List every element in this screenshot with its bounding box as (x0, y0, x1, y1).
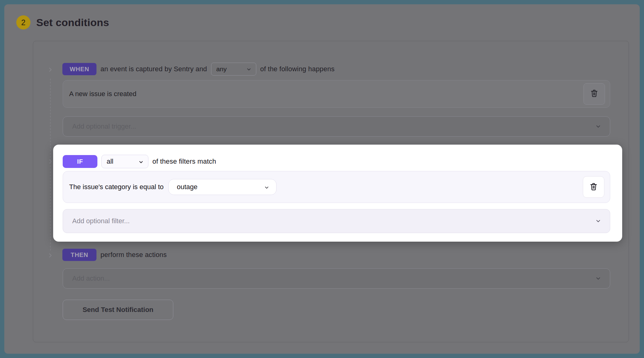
trash-icon (590, 89, 599, 99)
chevron-right-icon[interactable] (47, 252, 54, 259)
when-badge: WHEN (62, 63, 96, 75)
trigger-row: A new issue is created (63, 80, 610, 108)
then-badge: THEN (62, 249, 96, 261)
page-overlay-area: 2 Set conditions WHEN an event is captur… (4, 4, 640, 354)
if-match-select-value: all (107, 158, 113, 165)
conditions-panel: WHEN an event is captured by Sentry and … (33, 41, 629, 342)
when-text-before: an event is captured by Sentry and (100, 65, 207, 73)
filter-value-select[interactable]: outage (168, 179, 277, 195)
filter-value-select-value: outage (177, 183, 197, 191)
chevron-right-icon[interactable] (47, 158, 54, 165)
add-optional-filter-label: Add optional filter... (72, 217, 130, 225)
add-action[interactable]: Add action... (63, 268, 610, 289)
chevron-down-icon (595, 123, 601, 130)
send-test-notification-button[interactable]: Send Test Notification (63, 300, 173, 320)
chevron-down-icon (264, 184, 269, 190)
add-optional-trigger-label: Add optional trigger... (72, 123, 136, 130)
add-action-label: Add action... (72, 274, 110, 282)
trigger-row-label: A new issue is created (69, 90, 136, 98)
delete-filter-button[interactable] (583, 176, 604, 198)
filter-row: The issue's category is equal to outage (63, 171, 610, 203)
chevron-down-icon (138, 159, 144, 164)
chevron-right-icon[interactable] (47, 66, 54, 73)
step-number: 2 (21, 18, 26, 27)
if-header-row: IF all of these filters match (63, 155, 216, 168)
if-text-after: of these filters match (152, 158, 216, 165)
when-text-after: of the following happens (260, 65, 335, 73)
add-optional-trigger[interactable]: Add optional trigger... (63, 116, 610, 137)
page-title: Set conditions (36, 15, 109, 30)
trash-icon (589, 182, 598, 192)
if-badge: IF (63, 155, 97, 168)
when-match-select-value: any (216, 65, 227, 73)
when-header-row: WHEN an event is captured by Sentry and … (62, 62, 335, 76)
when-match-select[interactable]: any (211, 63, 256, 76)
filter-row-label: The issue's category is equal to (69, 183, 163, 191)
then-text-after: perform these actions (100, 251, 167, 259)
delete-trigger-button[interactable] (583, 83, 605, 105)
if-section-highlight: IF all of these filters match The issue'… (53, 145, 622, 242)
if-match-select[interactable]: all (101, 155, 148, 168)
add-optional-filter[interactable]: Add optional filter... (63, 209, 610, 233)
screen: 2 Set conditions WHEN an event is captur… (0, 0, 644, 358)
chevron-down-icon (246, 66, 252, 72)
then-header-row: THEN perform these actions (62, 248, 167, 262)
chevron-down-icon (595, 275, 601, 282)
chevron-down-icon (595, 218, 601, 224)
step-number-badge: 2 (16, 15, 30, 29)
